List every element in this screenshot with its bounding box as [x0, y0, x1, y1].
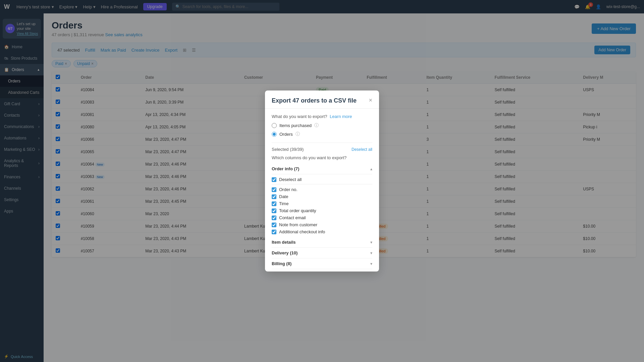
additional-checkout-checkbox[interactable] — [272, 230, 276, 234]
deselect-all-button[interactable]: Deselect all — [352, 147, 372, 152]
total-qty-checkbox[interactable] — [272, 208, 276, 213]
export-modal: Export 47 orders to a CSV file × What do… — [265, 90, 379, 272]
item-details-chevron: ▾ — [370, 240, 372, 245]
items-purchased-info-icon[interactable]: ⓘ — [314, 122, 319, 128]
item-details-section: Item details ▾ — [272, 237, 372, 248]
deselect-all-checkbox[interactable] — [272, 177, 276, 182]
payment-section: Payment (10) ▾ — [272, 269, 372, 272]
delivery-chevron: ▾ — [370, 251, 372, 255]
delivery-title: Delivery (10) — [272, 250, 298, 255]
items-purchased-option[interactable]: Items purchased ⓘ — [272, 122, 372, 128]
what-export-label: What do you want to export? Learn more — [272, 114, 372, 119]
learn-more-link[interactable]: Learn more — [330, 114, 352, 119]
orders-info-icon[interactable]: ⓘ — [296, 131, 300, 137]
contact-email-checkbox-item[interactable]: Contact email — [272, 215, 372, 220]
note-from-customer-checkbox[interactable] — [272, 223, 276, 227]
orders-option[interactable]: Orders ⓘ — [272, 131, 372, 137]
modal-overlay: Export 47 orders to a CSV file × What do… — [0, 0, 644, 362]
note-from-customer-checkbox-item[interactable]: Note from customer — [272, 222, 372, 227]
billing-title: Billing (8) — [272, 261, 291, 266]
divider — [272, 142, 372, 143]
order-info-section: Order info (7) ▴ Deselect all Order no. … — [272, 164, 372, 237]
delivery-header[interactable]: Delivery (10) ▾ — [272, 248, 372, 258]
modal-header: Export 47 orders to a CSV file × — [265, 90, 379, 109]
date-checkbox-item[interactable]: Date — [272, 194, 372, 199]
orders-radio[interactable] — [272, 132, 277, 137]
deselect-all-checkbox-item[interactable]: Deselect all — [272, 177, 372, 184]
export-options: Items purchased ⓘ Orders ⓘ — [272, 122, 372, 137]
billing-section: Billing (8) ▾ — [272, 258, 372, 269]
items-purchased-radio[interactable] — [272, 123, 277, 128]
date-checkbox[interactable] — [272, 194, 276, 199]
payment-header[interactable]: Payment (10) ▾ — [272, 269, 372, 272]
which-columns-label: Which columns do you want to export? — [272, 155, 372, 160]
time-checkbox[interactable] — [272, 201, 276, 206]
order-no-checkbox[interactable] — [272, 187, 276, 192]
additional-checkout-checkbox-item[interactable]: Additional checkout info — [272, 229, 372, 234]
order-info-header[interactable]: Order info (7) ▴ — [272, 164, 372, 174]
modal-body: What do you want to export? Learn more I… — [265, 109, 379, 272]
contact-email-checkbox[interactable] — [272, 216, 276, 220]
order-info-chevron: ▴ — [370, 167, 372, 171]
item-details-header[interactable]: Item details ▾ — [272, 237, 372, 247]
columns-header: Selected (39/39) Deselect all — [272, 147, 372, 152]
time-checkbox-item[interactable]: Time — [272, 201, 372, 206]
billing-header[interactable]: Billing (8) ▾ — [272, 258, 372, 269]
delivery-section: Delivery (10) ▾ — [272, 248, 372, 258]
billing-chevron: ▾ — [370, 261, 372, 266]
modal-close-button[interactable]: × — [369, 97, 372, 103]
order-info-title: Order info (7) — [272, 166, 299, 171]
order-no-checkbox-item[interactable]: Order no. — [272, 187, 372, 192]
item-details-title: Item details — [272, 240, 296, 245]
columns-selected: Selected (39/39) — [272, 147, 304, 152]
total-qty-checkbox-item[interactable]: Total order quantity — [272, 208, 372, 213]
order-info-checkboxes: Deselect all Order no. Date Time — [272, 174, 372, 237]
modal-title: Export 47 orders to a CSV file — [272, 97, 357, 104]
